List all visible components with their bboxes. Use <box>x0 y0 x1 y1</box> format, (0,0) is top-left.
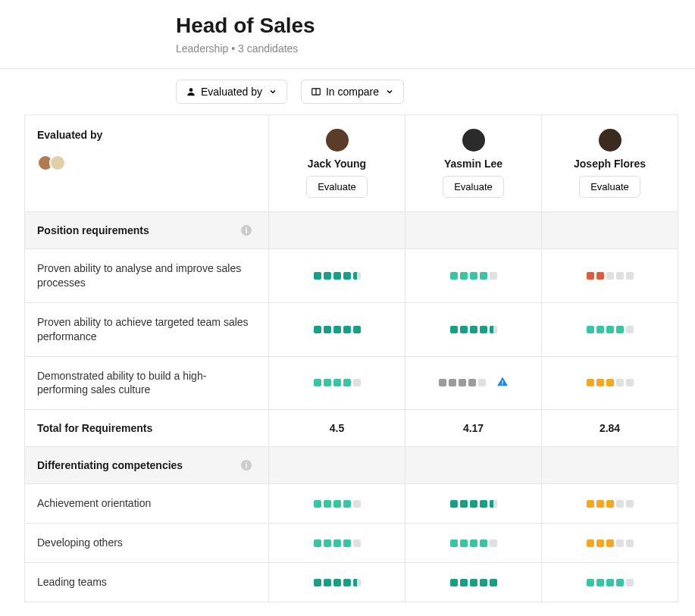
rating-pip <box>324 500 331 508</box>
rating-pip <box>314 579 321 586</box>
rating-pip <box>606 326 614 333</box>
evaluate-button[interactable]: Evaluate <box>579 176 640 198</box>
rating-pip <box>450 326 458 333</box>
rating-cell <box>269 484 405 524</box>
section-header-spacer <box>405 212 542 249</box>
rating <box>587 579 634 586</box>
rating <box>314 579 361 586</box>
rating-pip <box>343 379 351 386</box>
evaluated-by-filter[interactable]: Evaluated by <box>176 80 287 104</box>
rating-cell <box>269 249 405 303</box>
section-header-spacer <box>269 447 405 484</box>
candidate-avatar[interactable] <box>326 129 349 152</box>
candidate-name: Joseph Flores <box>574 158 646 170</box>
section-header-spacer <box>269 212 405 249</box>
rating-cell <box>542 484 678 524</box>
rating-pip <box>587 326 594 333</box>
section-title: Position requirements <box>37 224 149 236</box>
rating-pip <box>626 326 634 333</box>
rating-pip <box>353 539 361 547</box>
svg-point-0 <box>189 88 193 92</box>
rating-pip <box>324 579 331 586</box>
rating-pip <box>333 272 341 280</box>
section-title: Differentiating competencies <box>37 459 183 471</box>
candidate-count: 3 candidates <box>238 42 298 55</box>
rating-pip <box>626 579 634 586</box>
rating <box>314 272 361 280</box>
info-icon[interactable]: i <box>241 460 252 471</box>
rating-pip <box>333 539 341 547</box>
rating <box>314 500 361 508</box>
rating-pip <box>490 579 497 586</box>
rating-pip <box>616 326 624 333</box>
rating-pip <box>449 379 456 386</box>
criterion-label: Developing others <box>25 524 269 563</box>
criterion-label: Achievement orientation <box>25 484 269 524</box>
rating-cell <box>542 524 678 563</box>
section-header-spacer <box>405 447 542 484</box>
rating-pip <box>480 539 487 547</box>
criterion-label: Proven ability to analyse and improve sa… <box>25 249 269 303</box>
evaluated-by-filter-label: Evaluated by <box>201 86 262 98</box>
rating-pip <box>596 326 604 333</box>
info-icon[interactable]: i <box>241 225 252 236</box>
rating-pip <box>626 539 634 547</box>
rating-pip <box>324 379 331 386</box>
rating <box>450 539 497 547</box>
page-header: Head of Sales Leadership • 3 candidates <box>0 0 695 69</box>
rating-pip <box>460 326 468 333</box>
total-value: 4.17 <box>405 410 542 447</box>
rating-cell <box>542 303 678 357</box>
rating-cell <box>542 563 678 602</box>
rating-pip <box>470 500 477 508</box>
rating-pip <box>333 379 341 386</box>
rating <box>587 539 634 547</box>
rating-pip <box>626 379 634 386</box>
rating-pip <box>606 272 614 280</box>
rating-pip <box>596 379 604 386</box>
rating-pip <box>626 272 634 280</box>
svg-rect-3 <box>502 380 502 383</box>
section-header: Position requirementsi <box>25 212 269 249</box>
rating-pip <box>616 539 624 547</box>
warning-icon <box>497 377 508 389</box>
rating-pip <box>333 326 341 333</box>
rating-pip <box>324 539 331 547</box>
chevron-down-icon <box>268 87 277 96</box>
candidate-header: Joseph FloresEvaluate <box>542 115 678 212</box>
rating-pip <box>343 539 351 547</box>
chevron-down-icon <box>385 87 394 96</box>
candidate-avatar[interactable] <box>599 129 621 152</box>
criterion-label: Leading teams <box>25 563 269 602</box>
rating-pip <box>596 272 604 280</box>
rating-pip <box>314 326 321 333</box>
section-header: Differentiating competenciesi <box>25 447 269 484</box>
filters-bar: Evaluated by In compare <box>0 69 695 114</box>
rating-pip <box>450 579 458 586</box>
rating-pip <box>343 579 351 586</box>
columns-icon <box>311 86 321 97</box>
evaluated-by-cell: Evaluated by <box>25 115 269 212</box>
in-compare-filter[interactable]: In compare <box>301 80 404 104</box>
rating-pip <box>324 272 331 280</box>
candidate-header: Jack YoungEvaluate <box>269 115 405 212</box>
evaluate-button[interactable]: Evaluate <box>306 176 368 198</box>
rating-pip <box>333 500 341 508</box>
rating-pip <box>480 272 487 280</box>
rating <box>439 377 508 389</box>
evaluate-button[interactable]: Evaluate <box>443 176 504 198</box>
evaluator-avatars <box>37 155 61 171</box>
rating <box>314 539 361 547</box>
rating-pip <box>606 579 614 586</box>
rating-pip <box>314 379 321 386</box>
rating-pip <box>353 500 361 508</box>
rating-pip <box>353 326 361 333</box>
rating-pip <box>606 539 614 547</box>
rating-pip <box>587 379 594 386</box>
rating-cell <box>405 357 542 411</box>
rating-pip <box>490 326 497 333</box>
rating-pip <box>587 539 594 547</box>
candidate-avatar[interactable] <box>462 129 485 152</box>
rating-pip <box>343 326 351 333</box>
rating-pip <box>353 379 361 386</box>
